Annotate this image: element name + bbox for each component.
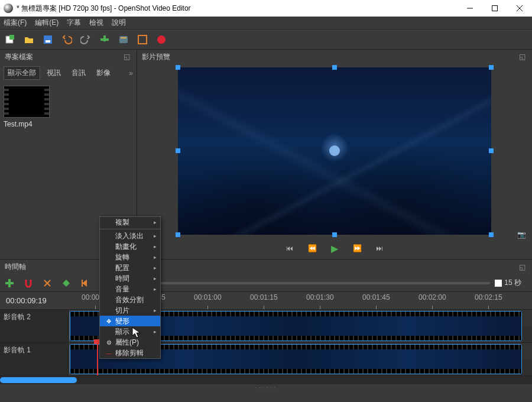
svg-rect-15 (5, 282, 14, 284)
open-project-icon[interactable] (24, 34, 34, 45)
ruler-tick-label: 00:02:00 (419, 293, 446, 302)
ruler-tick-label: 00:01:45 (362, 293, 390, 302)
tab-video[interactable]: 視訊 (43, 66, 65, 80)
zoom-indicator-icon (495, 280, 502, 287)
fullscreen-icon[interactable] (137, 34, 148, 45)
marker-icon[interactable] (61, 278, 71, 288)
tab-audio[interactable]: 音訊 (67, 66, 90, 80)
menu-edit[interactable]: 編輯(E) (35, 18, 59, 28)
menu-file[interactable]: 檔案(F) (4, 18, 27, 28)
maximize-button[interactable] (482, 0, 507, 17)
ruler-tick-label: 00:01:15 (250, 293, 278, 302)
play-icon[interactable]: ▶ (330, 243, 339, 254)
rewind-icon[interactable]: ⏪ (307, 244, 317, 252)
import-files-icon[interactable] (99, 34, 110, 45)
ctx-fade[interactable]: 淡入淡出 (100, 231, 160, 241)
window-title: * 無標題專案 [HD 720p 30 fps] - OpenShot Vide… (17, 4, 458, 14)
menu-view[interactable]: 檢視 (89, 18, 103, 28)
video-preview[interactable] (178, 67, 491, 235)
mouse-cursor-icon (132, 327, 141, 341)
svg-rect-1 (492, 6, 498, 11)
timeline-scrollbar[interactable] (0, 376, 532, 384)
track-header[interactable]: 影音軌 2 (0, 310, 70, 342)
file-thumbnail (4, 86, 50, 118)
undock-icon[interactable]: ◱ (124, 53, 132, 61)
svg-rect-7 (46, 40, 50, 43)
ctx-remove-clip[interactable]: —移除剪輯 (100, 348, 160, 358)
playhead[interactable] (97, 343, 98, 375)
ctx-properties[interactable]: ⚙屬性(P) (100, 337, 160, 348)
ctx-rotate[interactable]: 旋轉 (100, 252, 160, 262)
ruler-tick-label: 00:02:15 (475, 293, 502, 302)
track-label: 影音軌 2 (4, 312, 31, 322)
minimize-button[interactable] (458, 0, 482, 17)
jump-end-icon[interactable]: ⏭ (375, 244, 384, 252)
tab-image[interactable]: 影像 (92, 66, 115, 80)
transform-center-handle[interactable] (329, 145, 340, 156)
prev-marker-icon[interactable] (80, 278, 90, 288)
main-toolbar (0, 30, 532, 50)
undo-icon[interactable] (61, 34, 72, 45)
timeline-toolbar: 15 秒 (0, 274, 532, 292)
resize-gripper[interactable]: ······ (0, 384, 532, 390)
close-button[interactable] (507, 0, 532, 17)
redo-icon[interactable] (80, 34, 91, 45)
file-name-label: Test.mp4 (4, 120, 50, 128)
menu-bar: 檔案(F) 編輯(E) 字幕 檢視 說明 (0, 17, 532, 30)
timeline-ruler[interactable]: 00:00:09:19 00:00:3000:00:4500:01:0000:0… (0, 292, 532, 310)
track-row: 影音軌 1 (0, 343, 532, 376)
ctx-slice[interactable]: 切片 (100, 305, 160, 316)
profile-icon[interactable] (118, 34, 129, 45)
undock-timeline-icon[interactable]: ◱ (519, 263, 527, 271)
transform-handle[interactable] (489, 232, 494, 237)
ctx-layout[interactable]: 配置 (100, 262, 160, 273)
menu-help[interactable]: 說明 (112, 18, 126, 28)
snapshot-icon[interactable]: 📷 (517, 231, 526, 239)
tab-show-all[interactable]: 顯示全部 (4, 66, 40, 80)
svg-rect-9 (100, 38, 109, 41)
undock-preview-icon[interactable]: ◱ (519, 53, 527, 61)
zoom-slider[interactable] (105, 282, 490, 284)
timeline-tracks: 影音軌 2 影音軌 1 ······ (0, 310, 532, 390)
ctx-time[interactable]: 時間 (100, 273, 160, 284)
ctx-copy[interactable]: 複製 (100, 217, 160, 228)
razor-icon[interactable] (43, 278, 52, 288)
add-track-icon[interactable] (5, 278, 14, 288)
transform-handle[interactable] (332, 232, 337, 237)
ctx-animate[interactable]: 動畫化 (100, 241, 160, 252)
export-video-icon[interactable] (156, 34, 167, 45)
track-row: 影音軌 2 (0, 310, 532, 343)
svg-rect-5 (9, 35, 14, 40)
svg-rect-16 (82, 280, 83, 287)
tabs-overflow-icon[interactable]: » (129, 69, 133, 77)
new-project-icon[interactable] (5, 34, 15, 45)
project-file-item[interactable]: Test.mp4 (4, 86, 50, 128)
transform-handle[interactable] (489, 65, 494, 70)
svg-rect-12 (138, 35, 147, 44)
preview-title: 影片預覽 (142, 52, 170, 62)
snap-icon[interactable] (24, 278, 33, 288)
timeline-title: 時間軸 (5, 262, 26, 272)
project-files-title: 專案檔案 (5, 52, 33, 62)
svg-rect-11 (121, 37, 126, 38)
ctx-volume[interactable]: 音量 (100, 284, 160, 294)
transform-handle[interactable] (176, 65, 180, 70)
ctx-transform[interactable]: ✥變形 (100, 316, 160, 326)
transform-handle[interactable] (332, 65, 337, 70)
move-icon: ✥ (105, 318, 113, 325)
transform-handle[interactable] (176, 148, 180, 153)
track-header[interactable]: 影音軌 1 (0, 343, 70, 375)
save-project-icon[interactable] (43, 34, 53, 45)
svg-rect-10 (119, 36, 128, 43)
app-logo-icon (4, 4, 13, 13)
jump-start-icon[interactable]: ⏮ (285, 244, 294, 252)
ctx-split-audio[interactable]: 音效分割 (100, 294, 160, 305)
transform-handle[interactable] (176, 232, 180, 237)
fast-forward-icon[interactable]: ⏩ (352, 244, 362, 252)
ruler-tick-label: 00:01:00 (194, 293, 222, 302)
transform-handle[interactable] (489, 148, 494, 153)
gear-icon: ⚙ (105, 339, 113, 346)
title-bar: * 無標題專案 [HD 720p 30 fps] - OpenShot Vide… (0, 0, 532, 17)
menu-subtitle[interactable]: 字幕 (67, 18, 81, 28)
ctx-display[interactable]: 顯示 (100, 326, 160, 337)
